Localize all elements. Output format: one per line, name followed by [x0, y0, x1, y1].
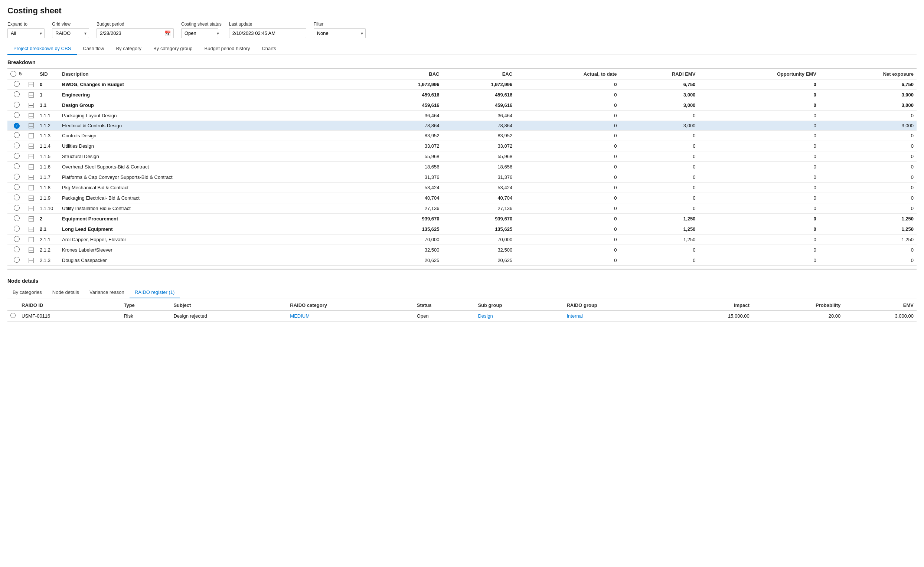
row-checkbox[interactable] [14, 174, 20, 180]
node-subgroup[interactable]: Design [475, 310, 563, 321]
tab-charts[interactable]: Charts [256, 43, 282, 55]
nth-status: Status [414, 300, 475, 310]
row-checkbox[interactable] [14, 163, 20, 169]
node-subject: Design rejected [170, 310, 287, 321]
row-netexposure: 0 [819, 203, 916, 213]
row-radiemv: 0 [620, 130, 698, 141]
row-actual: 0 [515, 193, 620, 203]
expand-icon[interactable]: — [29, 133, 34, 138]
row-expand-cell: — [26, 213, 37, 224]
table-row: —2.1.3Douglas Casepacker20,62520,6250000 [8, 255, 916, 266]
filter-select[interactable]: None [314, 28, 366, 38]
budget-period-input[interactable] [96, 28, 174, 38]
row-checkbox[interactable] [14, 236, 20, 242]
row-radiemv: 0 [620, 193, 698, 203]
breakdown-tbody: —0BWDG, Changes in Budget1,972,9961,972,… [8, 80, 916, 266]
expand-icon[interactable]: — [29, 103, 34, 108]
grid-view-select[interactable]: RAIDO [52, 28, 89, 38]
table-row: —2.1.1Arol Capper, Hopper, Elevator70,00… [8, 234, 916, 244]
expand-to-select[interactable]: All [8, 28, 45, 38]
costing-status-group: Costing sheet status Open [181, 21, 222, 38]
table-row: —1.1.8Pkg Mechanical Bid & Contract53,42… [8, 182, 916, 193]
tab-categorygroup[interactable]: By category group [147, 43, 198, 55]
expand-icon[interactable]: — [29, 164, 34, 170]
expand-icon[interactable]: — [29, 258, 34, 263]
row-expand-cell: — [26, 193, 37, 203]
header-circle-icon[interactable] [11, 71, 17, 77]
tab-budgetperiod[interactable]: Budget period history [198, 43, 256, 55]
node-raidocategory[interactable]: MEDIUM [287, 310, 414, 321]
expand-to-group: Expand to All [8, 21, 45, 38]
tab-category[interactable]: By category [110, 43, 147, 55]
row-netexposure: 0 [819, 244, 916, 255]
row-checkbox[interactable] [14, 153, 20, 159]
node-tab-variancereason[interactable]: Variance reason [84, 287, 129, 298]
row-sid: 1.1.9 [37, 193, 59, 203]
header-refresh-icon[interactable]: ↻ [18, 71, 23, 77]
row-checkbox[interactable] [14, 81, 20, 87]
expand-icon[interactable]: — [29, 82, 34, 87]
row-checkbox[interactable] [14, 184, 20, 190]
row-checkbox[interactable] [14, 102, 20, 108]
expand-icon[interactable]: — [29, 92, 34, 98]
row-actual: 0 [515, 224, 620, 234]
row-check-cell [8, 130, 26, 141]
row-netexposure: 1,250 [819, 224, 916, 234]
expand-icon[interactable]: — [29, 216, 34, 222]
row-description: Long Lead Equipment [59, 224, 370, 234]
row-description: Packaging Electrical- Bid & Contract [59, 193, 370, 203]
expand-icon[interactable]: — [29, 248, 34, 253]
row-checkbox[interactable] [14, 112, 20, 118]
row-netexposure: 0 [819, 151, 916, 161]
expand-icon[interactable]: — [29, 206, 34, 211]
expand-icon[interactable]: — [29, 195, 34, 201]
raidocategory-link[interactable]: MEDIUM [290, 313, 310, 319]
row-eac: 459,616 [442, 90, 515, 100]
row-actual: 0 [515, 80, 620, 90]
expand-icon[interactable]: — [29, 175, 34, 180]
table-row: —2.1Long Lead Equipment135,625135,62501,… [8, 224, 916, 234]
row-checkbox[interactable] [14, 142, 20, 148]
row-description: Utilities Design [59, 141, 370, 151]
row-checkbox[interactable] [14, 195, 20, 200]
row-opportunityemv: 0 [698, 121, 819, 130]
costing-status-select[interactable]: Open [181, 28, 218, 38]
node-tab-nodedetails[interactable]: Node details [47, 287, 84, 298]
subgroup-link[interactable]: Design [478, 313, 493, 319]
node-radio[interactable] [11, 313, 16, 318]
row-checkbox[interactable] [14, 215, 20, 221]
expand-icon[interactable]: — [29, 237, 34, 242]
expand-icon[interactable]: — [29, 227, 34, 232]
node-tab-raidoregister[interactable]: RAIDO register (1) [129, 287, 180, 298]
tab-cbs[interactable]: Project breakdown by CBS [8, 43, 77, 55]
expand-icon[interactable]: — [29, 123, 34, 128]
expand-icon[interactable]: — [29, 154, 34, 159]
node-tab-bycategories[interactable]: By categories [8, 287, 47, 298]
row-eac: 459,616 [442, 100, 515, 111]
expand-icon[interactable]: — [29, 113, 34, 118]
row-checkbox[interactable] [14, 226, 20, 231]
row-radiemv: 0 [620, 244, 698, 255]
row-radiemv: 3,000 [620, 121, 698, 130]
expand-icon[interactable]: — [29, 185, 34, 190]
row-checkbox[interactable] [14, 132, 20, 138]
row-checkbox[interactable] [14, 246, 20, 252]
row-expand-cell: — [26, 172, 37, 182]
row-actual: 0 [515, 130, 620, 141]
row-description: Douglas Casepacker [59, 255, 370, 266]
node-table: RAIDO ID Type Subject RAIDO category Sta… [8, 300, 916, 322]
node-raidogroup[interactable]: Internal [563, 310, 671, 321]
row-expand-cell: — [26, 255, 37, 266]
row-checkbox[interactable] [14, 257, 20, 263]
expand-icon[interactable]: — [29, 144, 34, 149]
row-description: BWDG, Changes in Budget [59, 80, 370, 90]
row-checkbox[interactable] [14, 205, 20, 211]
table-row: —1.1.9Packaging Electrical- Bid & Contra… [8, 193, 916, 203]
tab-cashflow[interactable]: Cash flow [77, 43, 110, 55]
row-checkbox[interactable] [14, 91, 20, 97]
raidogroup-link[interactable]: Internal [566, 313, 583, 319]
row-expand-cell: — [26, 224, 37, 234]
row-checkbox[interactable]: ✓ [14, 123, 20, 129]
row-eac: 32,500 [442, 244, 515, 255]
row-opportunityemv: 0 [698, 203, 819, 213]
